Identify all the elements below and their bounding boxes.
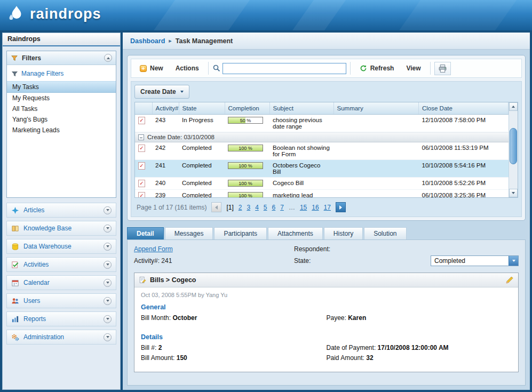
filter-item-marketing-leads[interactable]: Marketing Leads (7, 125, 116, 135)
actions-button[interactable]: Actions (170, 62, 204, 75)
column-subject[interactable]: Subject (269, 102, 334, 115)
paid-amount-field: Paid Amount: 32 (327, 354, 512, 362)
page-link-2[interactable]: 2 (239, 204, 242, 211)
tab-solution[interactable]: Solution (364, 227, 406, 239)
column-close-date[interactable]: Close Date (419, 102, 509, 115)
collapse-group-icon[interactable] (138, 134, 144, 140)
next-page-button[interactable] (336, 202, 346, 212)
previous-page-button[interactable] (211, 202, 221, 212)
view-button[interactable]: View (401, 62, 426, 75)
expand-chevron-icon[interactable] (104, 279, 112, 287)
page-link-15[interactable]: 15 (300, 204, 307, 211)
filter-item-yangs-bugs[interactable]: Yang's Bugs (7, 114, 116, 125)
task-check-icon (138, 162, 145, 170)
tab-participants[interactable]: Participants (214, 227, 267, 239)
sidebar-item-articles[interactable]: Articles (6, 203, 116, 218)
administration-icon (11, 333, 19, 341)
manage-filters-link[interactable]: Manage Filters (7, 68, 116, 79)
search-icon (212, 64, 221, 73)
table-row-242[interactable]: 242 Completed 100 % Boolean not showing … (135, 142, 509, 160)
cell-state: Completed (179, 142, 225, 160)
group-row-create-date[interactable]: Create Date: 03/10/2008 (135, 132, 509, 142)
expand-chevron-icon[interactable] (104, 297, 112, 305)
group-by-create-date-button[interactable]: Create Date (134, 85, 189, 99)
sidebar-item-users[interactable]: Users (6, 293, 116, 308)
printer-icon (438, 64, 447, 73)
expand-chevron-icon[interactable] (104, 261, 112, 269)
expand-chevron-icon[interactable] (104, 315, 112, 323)
search-input[interactable] (223, 63, 346, 74)
sidebar-item-activities[interactable]: Activities (6, 257, 116, 272)
page-title: Task Management (176, 37, 233, 45)
bill-form-title: Bills > Cogeco (150, 276, 196, 284)
page-link-4[interactable]: 4 (255, 204, 259, 211)
table-row-243[interactable]: 243 In Progress 50 % choosing previous d… (135, 115, 509, 132)
cell-close-date: 10/10/2008 5:52:26 PM (419, 178, 509, 190)
completion-progressbar: 100 % (228, 162, 263, 169)
collapse-chevron-icon[interactable] (104, 54, 112, 62)
scrollbar-thumb[interactable] (510, 128, 517, 164)
cell-state: Completed (179, 190, 225, 198)
knowledge-base-icon (11, 225, 19, 233)
sidebar-item-reports[interactable]: Reports (6, 311, 116, 326)
breadcrumb: Dashboard ▸ Task Management (123, 33, 530, 50)
manage-filters-label[interactable]: Manage Filters (21, 70, 63, 77)
table-row-239[interactable]: 239 Completed 100 % marketing lead 06/10… (135, 190, 509, 198)
filters-accordion-header[interactable]: Filters (7, 51, 116, 65)
dropdown-arrow-icon[interactable] (509, 256, 518, 266)
sidebar-nav: Articles Knowledge Base Data Warehouse (6, 203, 116, 345)
column-completion[interactable]: Completion (225, 102, 269, 115)
column-summary[interactable]: Summary (334, 102, 419, 115)
tab-history[interactable]: History (324, 227, 363, 239)
scroll-up-button[interactable] (509, 102, 518, 111)
cell-summary (334, 190, 419, 198)
toolbar-divider (430, 62, 431, 75)
calendar-icon (11, 279, 19, 287)
page-link-7[interactable]: 7 (280, 204, 284, 211)
refresh-button[interactable]: Refresh (354, 62, 400, 75)
column-activity[interactable]: Activity# (152, 102, 179, 115)
filter-item-all-tasks[interactable]: All Tasks (7, 103, 116, 114)
page-link-17[interactable]: 17 (324, 204, 331, 211)
expand-chevron-icon[interactable] (104, 225, 112, 233)
tab-attachments[interactable]: Attachments (268, 227, 323, 239)
sidebar-item-knowledge-base[interactable]: Knowledge Base (6, 221, 116, 236)
sidebar-item-data-warehouse[interactable]: Data Warehouse (6, 239, 116, 254)
filter-item-my-requests[interactable]: My Requests (7, 93, 116, 103)
append-form-link[interactable]: Append Form (134, 245, 294, 253)
page-link-5[interactable]: 5 (264, 204, 267, 211)
pagination-status: Page 1 of 17 (161 items) (137, 204, 207, 211)
progress-label: 100 % (228, 193, 263, 198)
expand-chevron-icon[interactable] (104, 243, 112, 251)
column-state[interactable]: State (179, 102, 225, 115)
cell-close-date: 10/10/2008 5:54:16 PM (419, 160, 509, 178)
cell-summary (334, 160, 419, 178)
sidebar-item-administration[interactable]: Administration (6, 330, 116, 345)
table-row-241-selected[interactable]: 241 Completed 100 % Octobers Cogeco Bill… (135, 160, 509, 178)
page-link-16[interactable]: 16 (312, 204, 319, 211)
breadcrumb-dashboard-link[interactable]: Dashboard (130, 37, 165, 45)
sidebar-title: Raindrops (3, 33, 120, 46)
toolbar-divider (208, 62, 209, 75)
table-row-240[interactable]: 240 Completed 100 % Cogeco Bill 10/10/20… (135, 178, 509, 190)
sidebar-item-calendar[interactable]: Calendar (6, 275, 116, 290)
filter-item-my-tasks[interactable]: My Tasks (7, 81, 116, 93)
print-button[interactable] (434, 62, 451, 75)
edit-pencil-icon[interactable] (505, 276, 514, 284)
tab-messages[interactable]: Messages (165, 227, 213, 239)
expand-chevron-icon[interactable] (104, 333, 112, 341)
scroll-down-button[interactable] (509, 189, 518, 197)
filters-header-label: Filters (22, 54, 41, 62)
column-icon[interactable] (135, 102, 152, 115)
form-field-row: Bill Month: October Payee: Karen (141, 314, 512, 322)
tab-detail[interactable]: Detail (127, 227, 164, 239)
page-link-6[interactable]: 6 (272, 204, 276, 211)
page-link-3[interactable]: 3 (247, 204, 250, 211)
state-select[interactable]: Completed (431, 255, 519, 266)
cell-close-date: 06/10/2008 3:25:36 PM (419, 190, 509, 198)
state-select-value: Completed (431, 256, 509, 266)
new-button[interactable]: New (134, 62, 169, 75)
expand-chevron-icon[interactable] (104, 206, 112, 214)
table-scrollbar[interactable] (509, 102, 518, 197)
bill-form: Bills > Cogeco Oct 03, 2008 5:55PM by Ya… (134, 273, 519, 372)
